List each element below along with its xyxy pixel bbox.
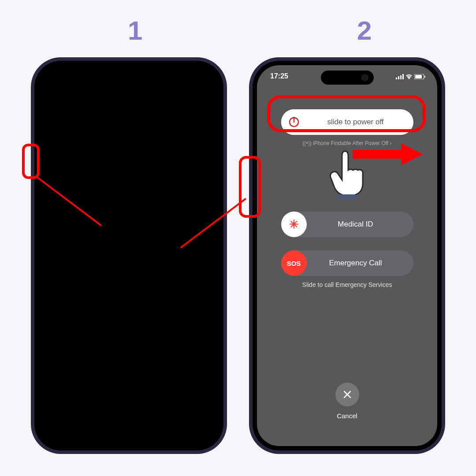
phone-lock-screen: povo Saturday, August 31 17:27 xyxy=(31,57,227,454)
emergency-sos-slider[interactable]: SOS Emergency Call xyxy=(281,250,413,276)
svg-rect-12 xyxy=(415,75,422,78)
medical-slider-knob[interactable]: ✳ xyxy=(281,212,307,237)
svg-marker-19 xyxy=(401,143,423,165)
step-number-2: 2 xyxy=(357,15,372,46)
sos-badge: SOS xyxy=(287,260,301,267)
svg-rect-13 xyxy=(424,76,425,78)
dynamic-island xyxy=(321,71,374,85)
medical-id-slider[interactable]: ✳ Medical ID xyxy=(281,212,413,237)
close-icon xyxy=(343,390,352,399)
wifi-icon xyxy=(405,74,413,81)
sos-slider-label: Emergency Call xyxy=(307,259,413,268)
signal-icon xyxy=(396,74,404,81)
svg-rect-7 xyxy=(396,78,397,79)
cancel-button[interactable] xyxy=(335,383,359,406)
volume-button-highlight xyxy=(22,144,40,179)
sos-slider-knob[interactable]: SOS xyxy=(281,250,307,276)
svg-rect-8 xyxy=(398,76,399,79)
asterisk-icon: ✳ xyxy=(289,218,299,231)
svg-rect-10 xyxy=(402,74,404,79)
location-arrow-icon: ((•)) xyxy=(302,140,311,146)
hand-pointer-icon xyxy=(324,149,368,202)
svg-rect-9 xyxy=(400,75,402,79)
svg-rect-20 xyxy=(338,194,356,199)
cancel-label: Cancel xyxy=(257,412,437,420)
side-button-highlight xyxy=(239,156,261,218)
battery-icon xyxy=(414,74,426,81)
power-slider-highlight xyxy=(267,95,426,132)
sos-hint-text: Slide to call Emergency Services xyxy=(257,281,437,288)
medical-slider-label: Medical ID xyxy=(307,220,413,229)
step-number-1: 1 xyxy=(128,15,142,46)
